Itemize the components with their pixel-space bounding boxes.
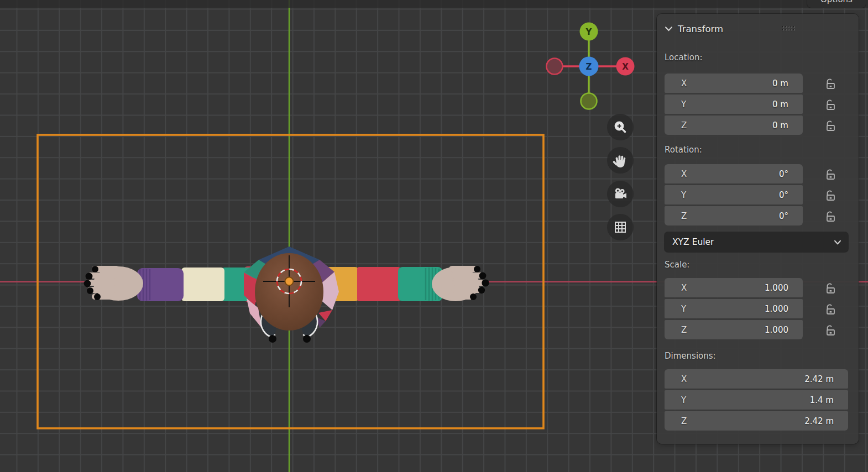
axis-label: Z [681, 120, 687, 130]
field-value: 2.42 m [804, 416, 834, 426]
gizmo-axis-z[interactable]: Z [579, 57, 599, 76]
lock-icon[interactable] [823, 281, 837, 295]
gizmo-axis-y-negative[interactable] [581, 93, 597, 109]
panel-title: Transform [678, 24, 723, 34]
location-x-field[interactable]: X 0 m [665, 74, 803, 93]
field-value: 0° [779, 211, 788, 221]
lock-icon[interactable] [823, 167, 837, 181]
field-value: 1.000 [765, 283, 788, 293]
rotation-mode-select[interactable]: XYZ Euler [665, 232, 848, 252]
gizmo-axis-x[interactable]: X [616, 57, 635, 76]
lock-icon[interactable] [823, 118, 837, 133]
blender-window: Options Y X Z Transform [0, 0, 868, 472]
lock-icon[interactable] [823, 323, 837, 337]
axis-label: Y [681, 304, 686, 314]
camera-view-button[interactable] [607, 181, 634, 207]
field-value: 0° [779, 169, 788, 179]
rotation-label: Rotation: [665, 145, 702, 155]
svg-text:X: X [622, 62, 629, 72]
zoom-button[interactable] [607, 114, 634, 140]
chevron-down-icon[interactable] [665, 26, 673, 32]
location-z-field[interactable]: Z 0 m [665, 116, 803, 135]
transform-panel-header[interactable]: Transform [665, 20, 723, 37]
location-y-field[interactable]: Y 0 m [665, 95, 803, 114]
lock-icon[interactable] [823, 209, 837, 223]
panel-grip-handle[interactable] [782, 26, 796, 32]
lock-icon[interactable] [823, 76, 837, 91]
scale-x-field[interactable]: X 1.000 [665, 278, 803, 297]
dimensions-label: Dimensions: [665, 351, 716, 361]
movie-camera-icon [612, 186, 629, 202]
gizmo-axis-x-negative[interactable] [547, 59, 563, 75]
dimensions-z-field[interactable]: Z 2.42 m [665, 411, 848, 431]
dimensions-x-field[interactable]: X 2.42 m [665, 369, 848, 389]
location-label: Location: [665, 53, 703, 62]
options-button[interactable]: Options [807, 0, 866, 8]
magnifier-plus-icon [613, 119, 628, 135]
lock-icon[interactable] [823, 302, 837, 316]
options-button-label: Options [820, 0, 853, 4]
field-value: 1.000 [765, 325, 788, 335]
axis-label: Z [681, 211, 687, 221]
axis-label: Y [681, 99, 686, 109]
lock-icon[interactable] [823, 97, 837, 112]
axis-label: X [681, 78, 687, 88]
gizmo-axis-y[interactable]: Y [580, 23, 598, 41]
rotation-x-field[interactable]: X 0° [665, 164, 803, 183]
rotation-z-field[interactable]: Z 0° [665, 206, 803, 225]
field-value: 1.4 m [810, 395, 834, 405]
field-value: 0° [779, 190, 788, 200]
field-value: 0 m [772, 78, 788, 88]
navigation-gizmo[interactable]: Y X Z [545, 20, 636, 111]
axis-label: Y [681, 395, 686, 405]
axis-label: Z [681, 325, 687, 335]
scale-y-field[interactable]: Y 1.000 [665, 299, 803, 318]
chevron-down-icon [834, 240, 841, 245]
field-value: 1.000 [765, 304, 788, 314]
svg-text:Z: Z [586, 62, 592, 72]
field-value: 2.42 m [804, 374, 834, 384]
viewport-header [0, 0, 868, 8]
pan-button[interactable] [607, 147, 634, 174]
projection-toggle-button[interactable] [607, 214, 634, 240]
axis-label: Z [681, 416, 687, 426]
axis-label: X [681, 169, 687, 179]
svg-text:Y: Y [585, 27, 593, 37]
scale-label: Scale: [665, 260, 689, 270]
axis-label: Y [681, 190, 686, 200]
field-value: 0 m [772, 120, 788, 130]
axis-label: X [681, 374, 687, 384]
transform-panel: Transform Location: X 0 m Y 0 m Z 0 m Ro… [657, 14, 859, 444]
lock-icon[interactable] [823, 188, 837, 202]
grid-icon [613, 219, 628, 235]
scale-z-field[interactable]: Z 1.000 [665, 320, 803, 339]
dimensions-y-field[interactable]: Y 1.4 m [665, 390, 848, 410]
hand-icon [613, 153, 628, 168]
rotation-y-field[interactable]: Y 0° [665, 185, 803, 204]
axis-label: X [681, 283, 687, 293]
rotation-mode-value: XYZ Euler [672, 237, 714, 247]
field-value: 0 m [772, 99, 788, 109]
